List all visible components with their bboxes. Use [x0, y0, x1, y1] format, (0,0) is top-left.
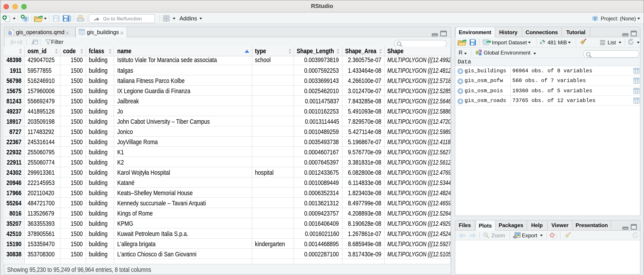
svg-text:R: R — [594, 16, 597, 21]
